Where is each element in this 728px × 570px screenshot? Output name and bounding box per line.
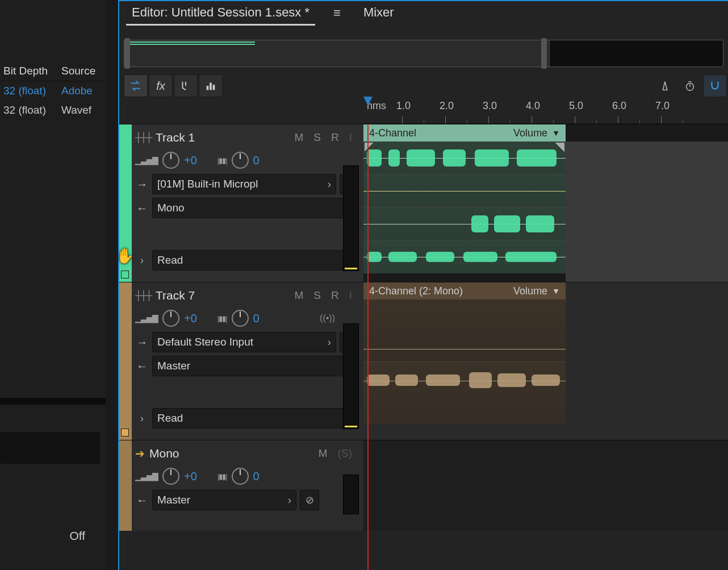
volume-knob[interactable] [162, 468, 179, 485]
ruler-mark: 1.0 [396, 100, 411, 112]
record-arm-button[interactable]: R [331, 131, 339, 144]
hand-cursor-icon: ✋ [116, 247, 134, 265]
clip-lane[interactable]: 4-Channel (2: Mono) Volume ▼ [363, 282, 728, 440]
automation-expand-button[interactable]: › [135, 255, 149, 267]
solo-button[interactable]: (S) [338, 447, 352, 460]
eq-button[interactable] [199, 74, 223, 97]
timer-button[interactable] [678, 74, 702, 97]
automation-mode-select[interactable]: Read ⌄ [152, 250, 359, 271]
chevron-right-icon: › [328, 178, 331, 190]
solo-button[interactable]: S [313, 131, 321, 144]
track-name[interactable]: Track 1 [156, 131, 294, 144]
chevron-down-icon[interactable]: ▼ [552, 286, 560, 296]
clip-param[interactable]: Volume [513, 285, 547, 297]
volume-icon: ▁▃▅▇ [135, 472, 158, 481]
clip-name: 4-Channel [369, 127, 416, 139]
time-ruler[interactable]: hms 1.0 2.0 3.0 4.0 5.0 6.0 7.0 [363, 99, 728, 124]
empty-lane[interactable] [566, 142, 728, 282]
off-label[interactable]: Off [69, 529, 85, 543]
track-color-strip[interactable]: ✋ [119, 124, 132, 282]
volume-knob[interactable] [162, 310, 179, 327]
output-arrow-icon: ← [135, 360, 149, 373]
tab-mixer[interactable]: Mixer [358, 2, 400, 24]
overview-handle-right[interactable] [541, 38, 547, 69]
pan-knob[interactable] [232, 468, 249, 485]
ruler-mark: 5.0 [569, 100, 583, 112]
output-select[interactable]: Mono › [152, 198, 359, 218]
file-bit-depth: 32 (float) [0, 104, 61, 117]
track-color-swatch[interactable] [121, 271, 129, 278]
monitor-input-button[interactable]: I [349, 289, 352, 302]
record-arm-button[interactable]: R [331, 289, 339, 302]
monitor-indicator-icon[interactable]: ((•)) [320, 313, 335, 323]
col-bit-depth[interactable]: Bit Depth [0, 65, 61, 77]
file-row-0[interactable]: 32 (float) Adobe [0, 81, 106, 101]
clip-lane[interactable] [363, 440, 728, 531]
input-select[interactable]: Default Stereo Input › [152, 332, 336, 352]
chevron-right-icon: › [328, 336, 331, 348]
inputs-outputs-button[interactable] [124, 74, 148, 97]
chevron-right-icon: › [288, 494, 291, 506]
pan-knob[interactable] [232, 310, 249, 327]
overview-scrollbar[interactable] [124, 40, 723, 67]
mute-button[interactable]: M [319, 447, 328, 460]
output-select[interactable]: Master › [152, 490, 296, 510]
pan-value[interactable]: 0 [253, 470, 260, 483]
pan-knob[interactable] [232, 152, 249, 169]
volume-value[interactable]: +0 [184, 154, 197, 167]
track-name[interactable]: Track 7 [156, 289, 294, 302]
phase-invert-button[interactable]: ⊘ [300, 490, 319, 510]
solo-button[interactable]: S [313, 289, 321, 302]
pan-value[interactable]: 0 [253, 154, 260, 167]
audio-clip[interactable]: 4-Channel (2: Mono) Volume ▼ [363, 282, 566, 425]
volume-knob[interactable] [162, 152, 179, 169]
tab-editor[interactable]: Editor: Untitled Session 1.sesx * [126, 2, 315, 24]
metronome-button[interactable] [653, 74, 677, 97]
track-toolbar: fx [119, 73, 728, 99]
clip-header[interactable]: 4-Channel (2: Mono) Volume ▼ [363, 282, 566, 299]
track-controls: ➔ Mono M (S) ▁▃▅▇ +0 |▮▮| 0 [132, 440, 363, 531]
clip-lane[interactable]: 4-Channel Volume ▼ [363, 124, 728, 282]
automation-mode-value: Read [157, 254, 183, 267]
volume-value[interactable]: +0 [184, 312, 197, 325]
track-controls: ┼┼┼ Track 1 M S R I ▁▃▅▇ +0 |▮▮| [132, 124, 363, 282]
clip-name: 4-Channel (2: Mono) [369, 285, 463, 297]
playhead-line[interactable] [367, 124, 369, 570]
chevron-down-icon[interactable]: ▼ [552, 128, 560, 138]
pan-value[interactable]: 0 [253, 312, 260, 325]
ruler-mark: 7.0 [655, 100, 670, 112]
bus-icon: ➔ [135, 447, 145, 460]
tab-menu-icon[interactable]: ≡ [333, 6, 341, 20]
file-bit-depth: 32 (float) [0, 85, 61, 97]
col-source[interactable]: Source [61, 65, 106, 77]
monitor-input-button[interactable]: I [349, 131, 352, 144]
audio-clip[interactable]: 4-Channel Volume ▼ [363, 124, 566, 273]
output-arrow-icon: ← [135, 494, 149, 507]
output-select[interactable]: Master › [152, 356, 359, 376]
pan-icon: |▮▮| [217, 156, 227, 165]
effects-button[interactable]: fx [149, 74, 173, 97]
track-name[interactable]: Mono [149, 447, 319, 460]
file-source: Wavef [61, 104, 106, 117]
waveform-icon: ┼┼┼ [135, 290, 151, 301]
track-color-strip[interactable] [119, 440, 132, 531]
file-row-1[interactable]: 32 (float) Wavef [0, 101, 106, 120]
snap-button[interactable] [703, 74, 727, 97]
level-meter [343, 475, 359, 514]
output-value: Mono [157, 202, 185, 214]
mute-button[interactable]: M [294, 131, 303, 144]
mute-button[interactable]: M [294, 289, 303, 302]
automation-mode-select[interactable]: Read ⌄ [152, 408, 359, 428]
input-select[interactable]: [01M] Built-in Micropl › [152, 174, 336, 194]
track-color-strip[interactable] [119, 282, 132, 440]
clip-param[interactable]: Volume [513, 127, 547, 139]
files-columns-header: Bit Depth Source [0, 63, 106, 81]
overview-handle-left[interactable] [124, 38, 130, 69]
sends-button[interactable] [174, 74, 198, 97]
overview-empty [549, 40, 723, 66]
track-7: ┼┼┼ Track 7 M S R I ▁▃▅▇ +0 |▮▮| [119, 282, 728, 440]
clip-header[interactable]: 4-Channel Volume ▼ [363, 124, 566, 142]
automation-expand-button[interactable]: › [135, 413, 149, 425]
volume-value[interactable]: +0 [184, 470, 197, 483]
track-color-swatch[interactable] [121, 428, 129, 436]
